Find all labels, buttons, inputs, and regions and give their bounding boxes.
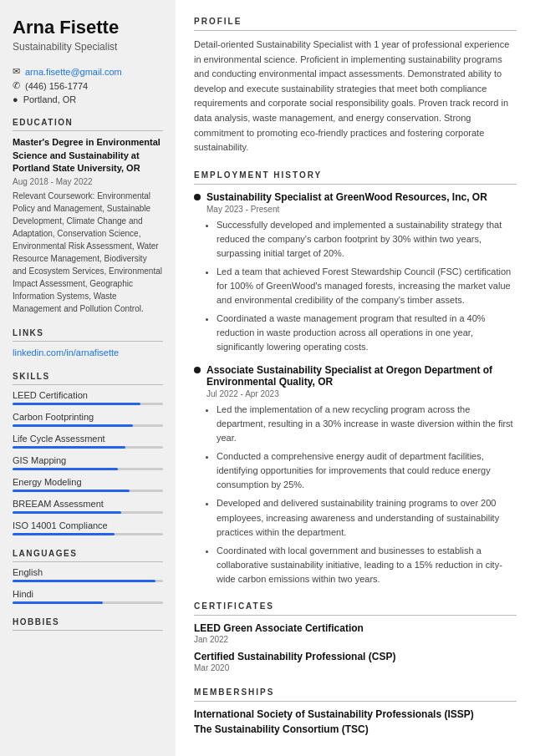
skill-item: BREEAM Assessment (13, 499, 163, 514)
skill-bar-fill (13, 533, 115, 535)
job-bullet: Coordinated a waste management program t… (217, 312, 517, 354)
job-entry: Associate Sustainability Specialist at O… (194, 364, 517, 586)
phone-number: (446) 156-1774 (25, 81, 88, 91)
job-bullets-list: Successfully developed and implemented a… (206, 218, 517, 354)
profile-section: PROFILE Detail-oriented Sustainability S… (194, 17, 517, 155)
skill-item: Energy Modeling (13, 477, 163, 492)
links-section-label: LINKS (13, 328, 163, 342)
main-content: PROFILE Detail-oriented Sustainability S… (176, 0, 535, 756)
location-text: Portland, OR (23, 94, 77, 104)
cert-date: Mar 2020 (194, 663, 517, 672)
job-title: Sustainability Specialist at GreenWood R… (194, 191, 517, 203)
membership-item: International Society of Sustainability … (194, 708, 517, 720)
education-courses: Relevant Coursework: Environmental Polic… (13, 190, 163, 315)
language-bar-fill (13, 580, 155, 582)
certificates-list: LEED Green Associate Certification Jan 2… (194, 622, 517, 672)
skill-name: ISO 14001 Compliance (13, 520, 163, 530)
education-section-label: EDUCATION (13, 118, 163, 131)
job-dot (194, 367, 201, 373)
location-contact: ● Portland, OR (13, 94, 163, 104)
phone-contact: ✆ (446) 156-1774 (13, 80, 163, 91)
job-title: Associate Sustainability Specialist at O… (194, 364, 517, 388)
certificates-section: CERTIFICATES LEED Green Associate Certif… (194, 601, 517, 672)
memberships-section: MEMBERSHIPS International Society of Sus… (194, 688, 517, 735)
memberships-section-label: MEMBERSHIPS (194, 688, 517, 702)
membership-item: The Sustainability Consortium (TSC) (194, 723, 517, 735)
skill-item: Carbon Footprinting (13, 412, 163, 427)
email-link[interactable]: arna.fisette@gmail.com (25, 67, 122, 77)
job-bullet: Led a team that achieved Forest Stewards… (217, 265, 517, 307)
skill-bar-fill (13, 446, 125, 449)
skill-item: GIS Mapping (13, 455, 163, 470)
language-bar-fill (13, 601, 103, 604)
language-name: English (13, 567, 163, 577)
skills-list: LEED Certification Carbon Footprinting L… (13, 390, 163, 535)
courses-label: Relevant Coursework: (13, 191, 97, 200)
skill-bar-bg (13, 533, 163, 535)
education-date: Aug 2018 - May 2022 (13, 177, 163, 186)
linkedin-link[interactable]: linkedin.com/in/arnafisette (13, 348, 119, 358)
skill-name: BREEAM Assessment (13, 499, 163, 509)
candidate-title: Sustainability Specialist (13, 41, 163, 53)
job-dot (194, 194, 201, 200)
skill-name: Life Cycle Assessment (13, 434, 163, 444)
profile-text: Detail-oriented Sustainability Specialis… (194, 38, 517, 155)
skill-bar-bg (13, 403, 163, 405)
candidate-name: Arna Fisette (13, 17, 163, 38)
skill-name: Carbon Footprinting (13, 412, 163, 422)
skill-item: Life Cycle Assessment (13, 434, 163, 449)
skill-bar-bg (13, 511, 163, 514)
skills-section-label: SKILLS (13, 372, 163, 385)
skill-bar-bg (13, 468, 163, 470)
job-bullet: Led the implementation of a new recyclin… (217, 403, 517, 445)
skill-bar-fill (13, 511, 121, 514)
skill-bar-fill (13, 490, 130, 492)
linkedin-link-container: linkedin.com/in/arnafisette (13, 347, 163, 358)
sidebar: Arna Fisette Sustainability Specialist ✉… (0, 0, 176, 756)
skill-bar-bg (13, 424, 163, 427)
job-bullets-list: Led the implementation of a new recyclin… (206, 403, 517, 586)
job-bullet: Successfully developed and implemented a… (217, 218, 517, 261)
job-title-text: Sustainability Specialist at GreenWood R… (206, 191, 487, 203)
email-contact: ✉ arna.fisette@gmail.com (13, 66, 163, 77)
language-item: Hindi (13, 589, 163, 604)
skill-bar-fill (13, 468, 118, 470)
jobs-list: Sustainability Specialist at GreenWood R… (194, 191, 517, 586)
languages-section-label: LANGUAGES (13, 549, 163, 562)
skill-item: LEED Certification (13, 390, 163, 405)
job-entry: Sustainability Specialist at GreenWood R… (194, 191, 517, 354)
hobbies-section-label: HOBBIES (13, 617, 163, 631)
profile-section-label: PROFILE (194, 17, 517, 31)
cert-item: LEED Green Associate Certification Jan 2… (194, 622, 517, 644)
cert-name: Certified Sustainability Professional (C… (194, 651, 517, 662)
courses-text: Environmental Policy and Management, Sus… (13, 191, 162, 313)
skill-bar-fill (13, 403, 140, 405)
cert-name: LEED Green Associate Certification (194, 622, 517, 634)
job-date: Jul 2022 - Apr 2023 (206, 389, 517, 398)
skill-bar-bg (13, 490, 163, 492)
job-bullet: Conducted a comprehensive energy audit o… (217, 449, 517, 492)
language-bar-bg (13, 601, 163, 604)
skill-name: GIS Mapping (13, 455, 163, 465)
education-degree: Master's Degree in Environmental Science… (13, 136, 163, 175)
job-title-text: Associate Sustainability Specialist at O… (206, 364, 517, 388)
email-icon: ✉ (13, 66, 20, 77)
memberships-list: International Society of Sustainability … (194, 708, 517, 735)
job-bullet: Coordinated with local government and bu… (217, 544, 517, 586)
phone-icon: ✆ (13, 80, 20, 91)
certificates-section-label: CERTIFICATES (194, 601, 517, 616)
cert-date: Jan 2022 (194, 635, 517, 644)
job-date: May 2023 - Present (206, 205, 517, 214)
location-icon: ● (13, 94, 18, 104)
employment-section: EMPLOYMENT HISTORY Sustainability Specia… (194, 170, 517, 586)
skill-item: ISO 14001 Compliance (13, 520, 163, 535)
language-item: English (13, 567, 163, 582)
skill-bar-fill (13, 424, 133, 427)
skill-name: LEED Certification (13, 390, 163, 400)
languages-list: English Hindi (13, 567, 163, 604)
language-bar-bg (13, 580, 163, 582)
job-bullet: Developed and delivered sustainability t… (217, 496, 517, 539)
skill-name: Energy Modeling (13, 477, 163, 487)
cert-item: Certified Sustainability Professional (C… (194, 651, 517, 672)
skill-bar-bg (13, 446, 163, 449)
